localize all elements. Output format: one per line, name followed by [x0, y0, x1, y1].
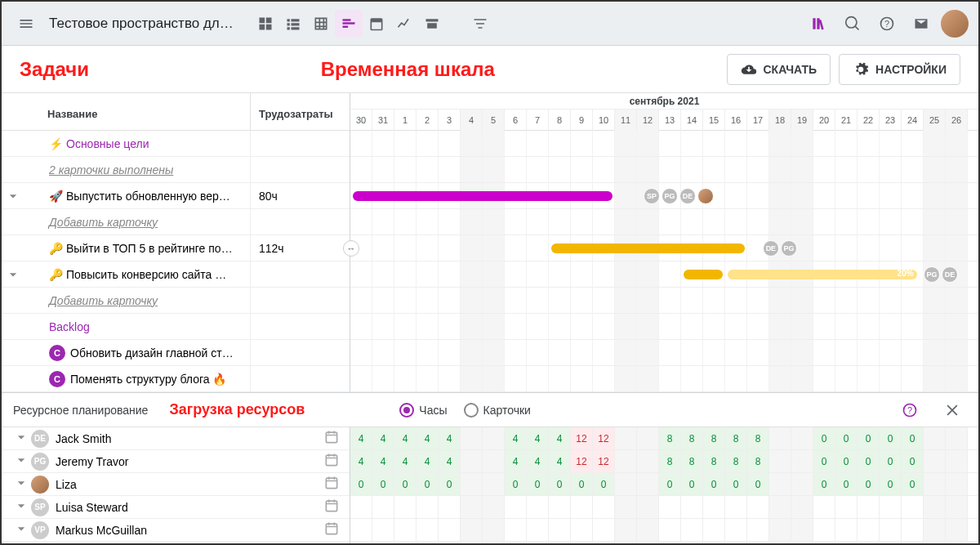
archive-view-icon[interactable] [418, 10, 446, 38]
resource-cell [769, 427, 791, 449]
calendar-icon[interactable] [323, 520, 340, 539]
resource-cell [505, 519, 527, 541]
task-row[interactable]: ⚡Основные цели [2, 131, 350, 157]
assignee-avatar[interactable]: PG [662, 188, 678, 204]
resource-help-icon[interactable]: ? [895, 395, 924, 425]
task-row[interactable]: Добавить карточку [2, 288, 350, 314]
day-cell: 17 [747, 109, 769, 131]
task-row[interactable]: CОбновить дизайн главной ст… [2, 340, 350, 366]
help-icon[interactable]: ? [872, 9, 902, 38]
gantt-view-icon[interactable] [335, 10, 363, 38]
resource-cell: 12 [593, 427, 615, 449]
radio-cards[interactable]: Карточки [464, 403, 531, 418]
resource-row[interactable]: SPLuisa Steward [2, 496, 350, 519]
gantt-bar[interactable] [551, 243, 745, 253]
column-effort[interactable]: Трудозатраты [251, 93, 350, 130]
resource-cell [394, 519, 416, 541]
mail-icon[interactable] [906, 9, 936, 38]
resource-cell [659, 519, 681, 541]
resource-cell [615, 496, 637, 518]
task-row[interactable]: 🔑Повысить конверсию сайта … [2, 261, 350, 288]
table-view-icon[interactable] [307, 10, 335, 38]
resource-cell [527, 496, 549, 518]
timeline-row[interactable]: DEPG [350, 235, 978, 261]
workspace-title[interactable]: Тестовое пространство для с… [46, 16, 242, 32]
download-button[interactable]: СКАЧАТЬ [727, 54, 831, 85]
search-icon[interactable] [838, 9, 867, 38]
assignee-avatar[interactable]: DE [679, 188, 696, 204]
task-row[interactable]: Backlog [2, 314, 350, 340]
assignee-avatar[interactable]: SP [644, 188, 660, 204]
resource-cell: 0 [505, 473, 527, 495]
resource-cell: 0 [527, 473, 549, 495]
column-resize-handle[interactable]: ↔ [343, 240, 359, 257]
resource-cell: 0 [902, 473, 924, 495]
resource-cell [769, 496, 791, 518]
resource-cell [549, 519, 571, 541]
column-name[interactable]: Название [2, 93, 251, 130]
calendar-icon[interactable] [323, 452, 340, 471]
resource-row[interactable]: DEJack Smith [2, 427, 350, 450]
timeline-pane[interactable]: сентябрь 2021 30311234567891011121314151… [350, 93, 978, 392]
resource-row[interactable]: PGJeremy Travor [2, 450, 350, 473]
resource-cell [703, 496, 725, 518]
resource-row[interactable]: VPMarkus McGuillan [2, 519, 350, 542]
list-view-icon[interactable] [279, 10, 307, 38]
resource-cell: 4 [394, 427, 416, 449]
timeline-row[interactable] [350, 340, 978, 366]
resource-cell [946, 450, 968, 472]
task-row[interactable]: 2 карточки выполнены [2, 157, 350, 183]
user-avatar[interactable] [941, 10, 969, 38]
resource-cell: 0 [747, 473, 769, 495]
resource-cell: 0 [372, 473, 394, 495]
timeline-row[interactable] [350, 157, 978, 183]
task-row[interactable]: 🚀Выпустить обновленную вер…80ч [2, 183, 350, 209]
menu-icon[interactable] [11, 9, 41, 38]
task-row[interactable]: CПоменять структуру блога 🔥 [2, 366, 350, 392]
day-cell: 23 [880, 109, 902, 131]
resource-cell [769, 473, 791, 495]
day-cell: 1 [394, 109, 416, 131]
assignee-avatar[interactable]: DE [942, 266, 958, 283]
filter-icon[interactable] [466, 9, 495, 38]
timeline-row[interactable]: SPPGDE [350, 183, 978, 209]
timeline-row[interactable] [350, 314, 978, 340]
timeline-row[interactable] [350, 131, 978, 157]
timeline-row[interactable] [350, 366, 978, 392]
gantt-bar[interactable] [684, 270, 723, 279]
board-view-icon[interactable] [252, 10, 279, 38]
books-icon[interactable] [804, 9, 833, 38]
assignee-avatar[interactable]: PG [781, 240, 797, 257]
settings-button[interactable]: НАСТРОЙКИ [839, 54, 960, 85]
resource-cell: 4 [372, 450, 394, 472]
timeline-row[interactable]: 20%PGDE [350, 261, 978, 288]
resource-cell [483, 427, 505, 449]
assignee-avatar[interactable]: DE [763, 240, 779, 257]
calendar-icon[interactable] [323, 498, 340, 516]
calendar-icon[interactable] [323, 475, 340, 494]
resource-row[interactable]: Liza [2, 473, 350, 496]
resource-cell [571, 496, 593, 518]
resource-cell [681, 519, 703, 541]
timeline-row[interactable] [350, 288, 978, 314]
close-icon[interactable] [938, 395, 967, 425]
resource-cell: 12 [571, 427, 593, 449]
resource-cell: 0 [394, 473, 416, 495]
chart-view-icon[interactable] [390, 10, 418, 38]
timeline-row[interactable] [350, 209, 978, 235]
calendar-icon[interactable] [323, 429, 340, 448]
radio-hours[interactable]: Часы [399, 403, 447, 418]
resource-cell [858, 519, 880, 541]
gantt-bar[interactable] [353, 191, 612, 201]
resource-cell: 4 [372, 427, 394, 449]
timeline-label: Временная шкала [321, 58, 495, 81]
assignee-avatar[interactable]: PG [924, 266, 940, 283]
assignee-avatar[interactable] [697, 188, 714, 204]
resource-cell [747, 519, 769, 541]
task-row[interactable]: Добавить карточку [2, 209, 350, 235]
calendar-view-icon[interactable] [363, 10, 390, 38]
gantt-bar[interactable]: 20% [728, 270, 917, 279]
resource-cell: 4 [439, 450, 461, 472]
resource-cell [946, 496, 968, 518]
task-row[interactable]: 🔑Выйти в ТОП 5 в рейтинге по…112ч [2, 235, 350, 261]
